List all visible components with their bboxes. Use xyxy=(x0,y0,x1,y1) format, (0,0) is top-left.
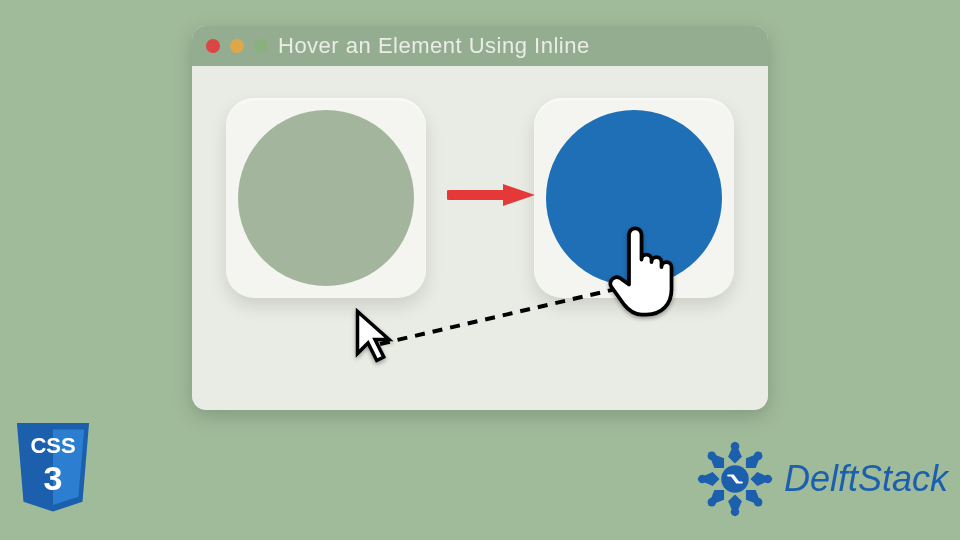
circle-default-icon xyxy=(238,110,414,286)
cursor-pointer-icon xyxy=(604,222,684,322)
transition-arrow-icon xyxy=(447,184,535,206)
close-icon[interactable] xyxy=(206,39,220,53)
window-titlebar: Hover an Element Using Inline xyxy=(192,26,768,66)
css-badge-label: CSS 3 xyxy=(12,433,94,498)
css-text: CSS xyxy=(30,433,75,458)
window-title: Hover an Element Using Inline xyxy=(278,33,590,59)
delftstack-brand: DelftStack xyxy=(692,436,948,522)
cursor-arrow-icon xyxy=(354,308,396,364)
zoom-icon[interactable] xyxy=(254,39,268,53)
svg-point-7 xyxy=(731,442,740,451)
svg-marker-3 xyxy=(358,312,390,361)
svg-marker-1 xyxy=(503,184,535,206)
css-version: 3 xyxy=(44,459,63,497)
css3-badge: CSS 3 xyxy=(12,423,94,522)
element-default-state xyxy=(226,98,426,298)
delftstack-logo-icon xyxy=(692,436,778,522)
brand-name: DelftStack xyxy=(784,458,948,500)
minimize-icon[interactable] xyxy=(230,39,244,53)
